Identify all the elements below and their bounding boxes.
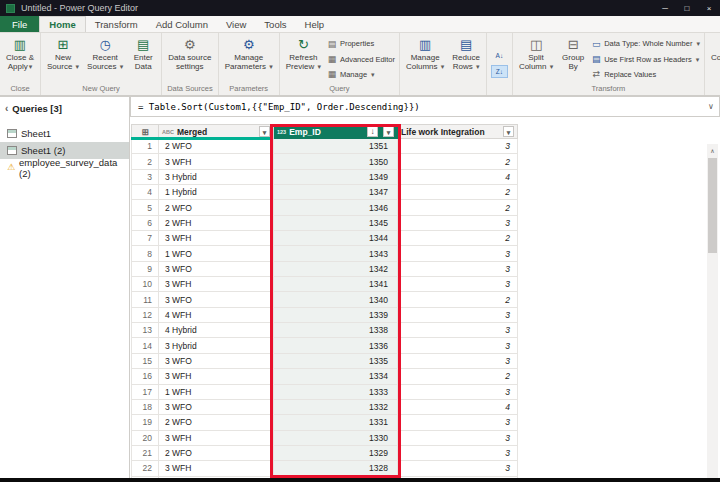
emp-id-cell[interactable]: 1347 [274,185,398,200]
merged-cell[interactable]: 3 WFH [159,369,274,384]
emp-id-cell[interactable]: 1341 [274,277,398,292]
split-column-button[interactable]: ◫ Split Column [515,34,557,84]
life-work-integration-cell[interactable]: 3 [398,431,518,446]
emp-id-cell[interactable]: 1336 [274,338,398,353]
minimize-button[interactable]: ─ [654,0,676,16]
emp-id-cell[interactable]: 1340 [274,292,398,307]
merged-cell[interactable]: 3 Hybrid [159,338,274,353]
merged-cell[interactable]: 3 WFO [159,292,274,307]
use-first-row-as-headers-button[interactable]: ▤ Use First Row as Headers [591,53,700,66]
merged-cell[interactable]: 2 WFO [159,446,274,461]
merged-cell[interactable]: 3 WFH [159,431,274,446]
merged-cell[interactable]: 3 WFO [159,400,274,415]
row-number-cell[interactable]: 13 [131,323,159,338]
row-number-cell[interactable]: 14 [131,338,159,353]
row-number-cell[interactable]: 6 [131,216,159,231]
merged-cell[interactable]: 4 WFH [159,308,274,323]
column-header-life-work-integration[interactable]: Life work Integration [398,124,518,139]
row-number-cell[interactable]: 1 [131,139,159,154]
tab-transform[interactable]: Transform [86,16,147,32]
emp-id-cell[interactable]: 1342 [274,262,398,277]
row-number-cell[interactable]: 19 [131,415,159,430]
filter-dropdown-button[interactable] [503,126,514,137]
emp-id-cell[interactable]: 1346 [274,200,398,215]
emp-id-cell[interactable]: 1332 [274,400,398,415]
life-work-integration-cell[interactable]: 3 [398,216,518,231]
life-work-integration-cell[interactable]: 3 [398,277,518,292]
data-source-settings-button[interactable]: ⚙ Data source settings [164,34,215,84]
tab-file[interactable]: File [0,16,39,32]
merged-cell[interactable]: 1 WFH [159,385,274,400]
row-number-cell[interactable]: 4 [131,185,159,200]
refresh-preview-button[interactable]: ↻ Refresh Preview [282,34,325,84]
life-work-integration-cell[interactable]: 3 [398,446,518,461]
filter-dropdown-button[interactable] [383,126,394,137]
life-work-integration-cell[interactable]: 2 [398,292,518,307]
row-number-cell[interactable]: 8 [131,246,159,261]
emp-id-cell[interactable]: 1343 [274,246,398,261]
life-work-integration-cell[interactable]: 4 [398,400,518,415]
advanced-editor-button[interactable]: ▦ Advanced Editor [327,53,395,66]
life-work-integration-cell[interactable]: 3 [398,415,518,430]
life-work-integration-cell[interactable]: 3 [398,246,518,261]
emp-id-cell[interactable]: 1328 [274,461,398,476]
tab-add-column[interactable]: Add Column [147,16,217,32]
row-number-cell[interactable]: 17 [131,385,159,400]
tab-help[interactable]: Help [296,16,334,32]
merged-cell[interactable]: 3 WFH [159,461,274,476]
row-number-cell[interactable]: 21 [131,446,159,461]
close-and-apply-button[interactable]: ▥ Close & Apply [2,34,38,84]
emp-id-cell[interactable]: 1345 [274,216,398,231]
new-source-button[interactable]: ⊞ New Source [43,34,83,84]
row-number-cell[interactable]: 5 [131,200,159,215]
formula-bar[interactable]: = Table.Sort(Custom1,{{"Emp_ID", Order.D… [130,96,720,117]
emp-id-cell[interactable]: 1333 [274,385,398,400]
column-header-emp-id[interactable]: 123 Emp_ID ↓ [274,124,398,139]
row-number-cell[interactable]: 2 [131,154,159,169]
row-number-cell[interactable]: 20 [131,431,159,446]
formula-input[interactable]: = Table.Sort(Custom1,{{"Emp_ID", Order.D… [131,102,420,112]
sort-ascending-button[interactable]: A↓ [491,49,508,62]
emp-id-cell[interactable]: 1350 [274,154,398,169]
enter-data-button[interactable]: ▤ Enter Data [127,34,159,84]
life-work-integration-cell[interactable]: 3 [398,461,518,476]
row-number-cell[interactable]: 12 [131,308,159,323]
life-work-integration-cell[interactable]: 2 [398,154,518,169]
combine-button[interactable]: ▣ Combine [707,34,720,93]
life-work-integration-cell[interactable]: 2 [398,369,518,384]
data-type-button[interactable]: ▭ Data Type: Whole Number [591,37,700,50]
row-number-cell[interactable]: 3 [131,170,159,185]
recent-sources-button[interactable]: ◷ Recent Sources [83,34,127,84]
emp-id-cell[interactable]: 1335 [274,354,398,369]
manage-button[interactable]: ▦ Manage [327,68,395,81]
merged-cell[interactable]: 3 WFO [159,262,274,277]
filter-dropdown-button[interactable] [259,126,270,137]
vertical-scrollbar[interactable]: ∧ [707,144,718,478]
formula-expand-icon[interactable]: ∨ [703,102,719,111]
sort-descending-button[interactable]: Z↓ [491,65,508,78]
row-number-cell[interactable]: 11 [131,292,159,307]
life-work-integration-cell[interactable]: 3 [398,354,518,369]
query-item-sheet1[interactable]: Sheet1 [0,125,129,142]
row-number-cell[interactable]: 22 [131,461,159,476]
row-number-cell[interactable]: 7 [131,231,159,246]
life-work-integration-cell[interactable]: 3 [398,323,518,338]
properties-button[interactable]: ▤ Properties [327,37,395,50]
life-work-integration-cell[interactable]: 3 [398,139,518,154]
manage-parameters-button[interactable]: ⚙ Manage Parameters [221,34,277,84]
merged-cell[interactable]: 3 WFH [159,231,274,246]
emp-id-cell[interactable]: 1330 [274,431,398,446]
life-work-integration-cell[interactable]: 2 [398,200,518,215]
life-work-integration-cell[interactable]: 2 [398,185,518,200]
life-work-integration-cell[interactable]: 3 [398,262,518,277]
emp-id-cell[interactable]: 1351 [274,139,398,154]
merged-cell[interactable]: 2 WFO [159,415,274,430]
life-work-integration-cell[interactable]: 4 [398,170,518,185]
collapse-pane-icon[interactable]: ‹ [5,103,8,114]
scroll-up-icon[interactable]: ∧ [707,144,718,156]
manage-columns-button[interactable]: ▥ Manage Columns [402,34,448,93]
row-number-cell[interactable]: 16 [131,369,159,384]
merged-cell[interactable]: 1 WFO [159,246,274,261]
row-number-cell[interactable]: 9 [131,262,159,277]
emp-id-cell[interactable]: 1334 [274,369,398,384]
